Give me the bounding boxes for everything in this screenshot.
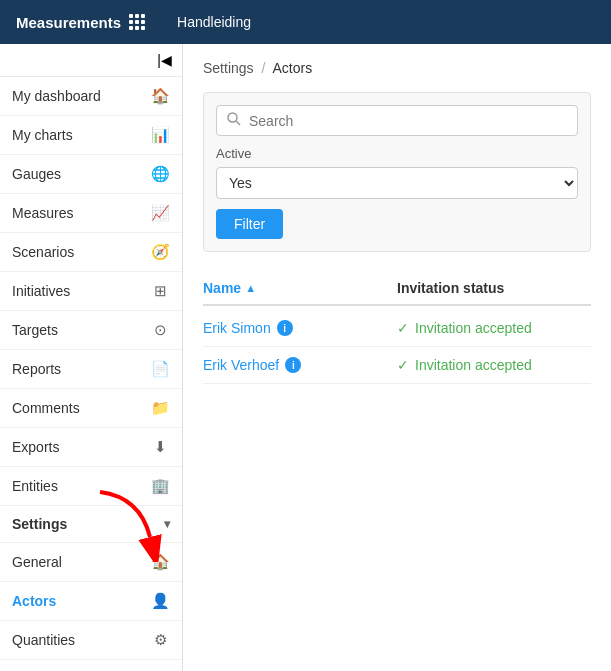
sidebar-item-entities[interactable]: Entities 🏢 — [0, 467, 182, 506]
actor-status-cell: ✓ Invitation accepted — [397, 357, 591, 373]
sidebar-item-actors[interactable]: Actors 👤 — [0, 582, 182, 621]
active-select[interactable]: Yes No — [216, 167, 578, 199]
sort-asc-icon[interactable]: ▲ — [245, 282, 256, 294]
sidebar-item-label: Actors — [12, 593, 150, 609]
actors-table: Name ▲ Invitation status Erik Simon i ✓ … — [203, 272, 591, 384]
sidebar-item-targets[interactable]: Targets ⊙ — [0, 311, 182, 350]
main-content: Settings / Actors Active Yes No Filter — [183, 44, 611, 671]
breadcrumb-settings: Settings — [203, 60, 254, 76]
search-input[interactable] — [249, 113, 567, 129]
actor-name-cell: Erik Verhoef i — [203, 357, 397, 373]
invitation-status-text: Invitation accepted — [415, 357, 532, 373]
sidebar-item-comments[interactable]: Comments 📁 — [0, 389, 182, 428]
sidebar-item-label: Entities — [12, 478, 150, 494]
app-header: Measurements Handleiding — [0, 0, 611, 44]
sidebar-item-label: Reports — [12, 361, 150, 377]
sidebar-item-label: Gauges — [12, 166, 150, 182]
folder-icon: 📁 — [150, 399, 170, 417]
measurements-nav[interactable]: Measurements — [0, 14, 161, 31]
sidebar-item-label: Quantities — [12, 632, 150, 648]
globe-icon: 🌐 — [150, 165, 170, 183]
sidebar-item-label: General — [12, 554, 150, 570]
col-status-header: Invitation status — [397, 280, 591, 296]
breadcrumb-separator: / — [261, 60, 265, 76]
chevron-down-icon: ▾ — [164, 517, 170, 531]
sidebar-item-label: My dashboard — [12, 88, 150, 104]
sidebar-section-label: Settings — [12, 516, 164, 532]
table-row: Erik Verhoef i ✓ Invitation accepted — [203, 347, 591, 384]
target-icon: ⊙ — [150, 321, 170, 339]
gear-icon: ⚙ — [150, 631, 170, 649]
sidebar-item-initiatives[interactable]: Initiatives ⊞ — [0, 272, 182, 311]
sidebar-item-exports[interactable]: Exports ⬇ — [0, 428, 182, 467]
sidebar-item-general[interactable]: General 🏠 — [0, 543, 182, 582]
sidebar-item-my-charts[interactable]: My charts 📊 — [0, 116, 182, 155]
handleiding-nav[interactable]: Handleiding — [161, 14, 267, 30]
sidebar-item-label: Scenarios — [12, 244, 150, 260]
sidebar: |◀ My dashboard 🏠 My charts 📊 Gauges 🌐 M… — [0, 44, 183, 671]
checkmark-icon: ✓ — [397, 357, 409, 373]
actor-name-link[interactable]: Erik Simon — [203, 320, 271, 336]
chart-icon: 📊 — [150, 126, 170, 144]
actor-name-link[interactable]: Erik Verhoef — [203, 357, 279, 373]
actor-icon: 👤 — [150, 592, 170, 610]
search-icon — [227, 112, 241, 129]
col-name-label: Name — [203, 280, 241, 296]
org-icon: 🏢 — [150, 477, 170, 495]
sidebar-item-label: My charts — [12, 127, 150, 143]
compass-icon: 🧭 — [150, 243, 170, 261]
sidebar-item-label: Exports — [12, 439, 150, 455]
sidebar-item-measures[interactable]: Measures 📈 — [0, 194, 182, 233]
info-icon[interactable]: i — [277, 320, 293, 336]
sidebar-item-gauges[interactable]: Gauges 🌐 — [0, 155, 182, 194]
filter-button[interactable]: Filter — [216, 209, 283, 239]
sidebar-item-label: Targets — [12, 322, 150, 338]
search-row — [216, 105, 578, 136]
actor-name-cell: Erik Simon i — [203, 320, 397, 336]
checkmark-icon: ✓ — [397, 320, 409, 336]
initiatives-icon: ⊞ — [150, 282, 170, 300]
breadcrumb: Settings / Actors — [203, 60, 591, 76]
line-chart-icon: 📈 — [150, 204, 170, 222]
breadcrumb-current: Actors — [273, 60, 313, 76]
grid-icon — [129, 14, 145, 30]
handleiding-label: Handleiding — [177, 14, 251, 30]
document-icon: 📄 — [150, 360, 170, 378]
sidebar-item-scenarios[interactable]: Scenarios 🧭 — [0, 233, 182, 272]
col-status-label: Invitation status — [397, 280, 504, 296]
main-layout: |◀ My dashboard 🏠 My charts 📊 Gauges 🌐 M… — [0, 44, 611, 671]
download-icon: ⬇ — [150, 438, 170, 456]
table-row: Erik Simon i ✓ Invitation accepted — [203, 310, 591, 347]
sidebar-section-settings[interactable]: Settings ▾ — [0, 506, 182, 543]
invitation-status-text: Invitation accepted — [415, 320, 532, 336]
collapse-icon: |◀ — [157, 52, 172, 68]
sidebar-item-my-dashboard[interactable]: My dashboard 🏠 — [0, 77, 182, 116]
general-home-icon: 🏠 — [150, 553, 170, 571]
info-icon[interactable]: i — [285, 357, 301, 373]
sidebar-item-reports[interactable]: Reports 📄 — [0, 350, 182, 389]
svg-point-1 — [228, 113, 237, 122]
home-icon: 🏠 — [150, 87, 170, 105]
actor-status-cell: ✓ Invitation accepted — [397, 320, 591, 336]
svg-line-2 — [236, 121, 240, 125]
table-header-row: Name ▲ Invitation status — [203, 272, 591, 306]
measurements-label: Measurements — [16, 14, 121, 31]
filter-box: Active Yes No Filter — [203, 92, 591, 252]
sidebar-item-label: Comments — [12, 400, 150, 416]
active-label: Active — [216, 146, 578, 161]
sidebar-item-label: Initiatives — [12, 283, 150, 299]
sidebar-item-label: Measures — [12, 205, 150, 221]
sidebar-item-categories[interactable]: Categories ▦ — [0, 660, 182, 671]
col-name-header: Name ▲ — [203, 280, 397, 296]
sidebar-item-quantities[interactable]: Quantities ⚙ — [0, 621, 182, 660]
sidebar-collapse-button[interactable]: |◀ — [0, 44, 182, 77]
